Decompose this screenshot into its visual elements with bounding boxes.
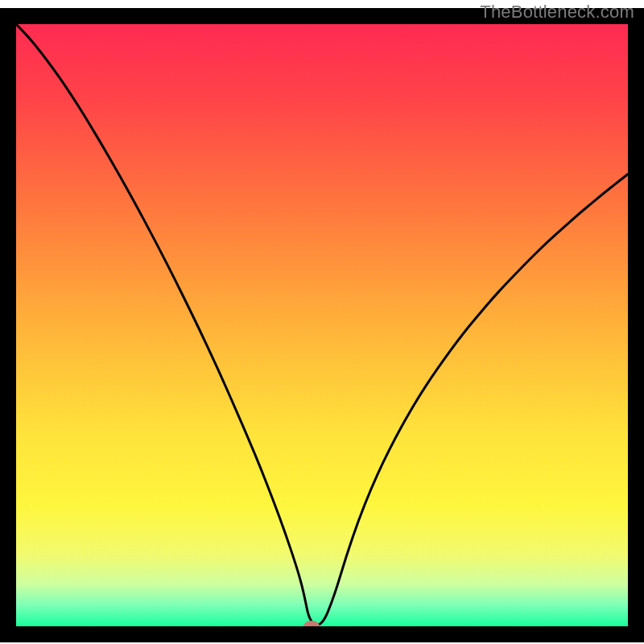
chart-svg bbox=[0, 0, 644, 644]
bottleneck-chart: TheBottleneck.com bbox=[0, 0, 644, 644]
plot-background bbox=[16, 24, 628, 626]
attribution-label: TheBottleneck.com bbox=[480, 2, 634, 23]
